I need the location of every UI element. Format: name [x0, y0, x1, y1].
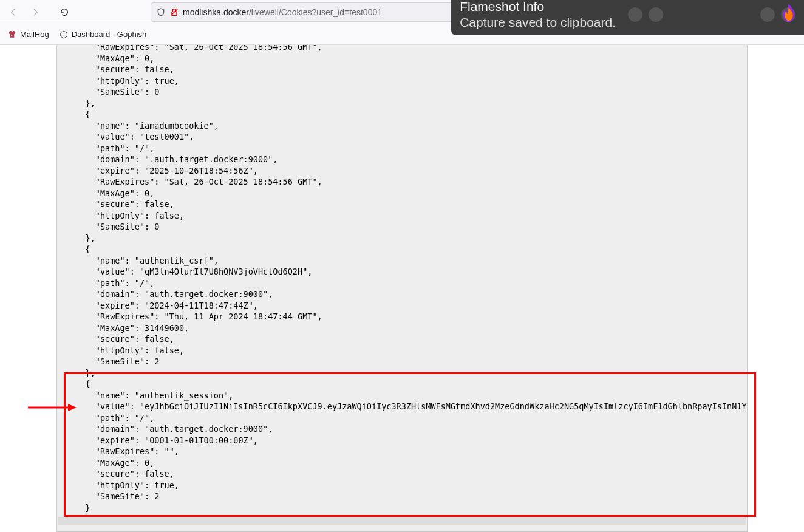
- reload-button[interactable]: [56, 4, 73, 21]
- notification-action-3[interactable]: [760, 7, 775, 22]
- notification-actions: [628, 7, 663, 22]
- bookmark-gophish[interactable]: Dashboard - Gophish: [59, 30, 147, 39]
- bookmark-label: Dashboard - Gophish: [72, 30, 147, 39]
- page-content: "RawExpires": "Sat, 26-Oct-2025 18:54:56…: [0, 45, 804, 532]
- address-bar[interactable]: modlishka.docker/livewell/Cookies?user_i…: [151, 2, 472, 22]
- notification-action-2[interactable]: [649, 7, 663, 22]
- forward-button[interactable]: [27, 4, 44, 21]
- gophish-icon: [59, 30, 69, 39]
- system-notification[interactable]: Flameshot Info Capture saved to clipboar…: [451, 0, 804, 35]
- url-text: modlishka.docker/livewell/Cookies?user_i…: [183, 7, 382, 17]
- notification-title: Flameshot Info: [460, 0, 616, 14]
- notification-action-1[interactable]: [628, 7, 642, 22]
- flameshot-icon: [777, 1, 800, 24]
- bookmark-label: MailHog: [20, 30, 49, 39]
- back-button[interactable]: [5, 4, 22, 21]
- mailhog-icon: [7, 30, 17, 39]
- json-text[interactable]: "RawExpires": "Sat, 26-Oct-2025 18:54:56…: [57, 45, 747, 525]
- notification-body: Capture saved to clipboard.: [460, 15, 616, 30]
- insecure-icon: [169, 7, 179, 17]
- bookmark-mailhog[interactable]: MailHog: [7, 30, 49, 39]
- json-display: "RawExpires": "Sat, 26-Oct-2025 18:54:56…: [56, 45, 748, 532]
- shield-icon: [156, 7, 166, 17]
